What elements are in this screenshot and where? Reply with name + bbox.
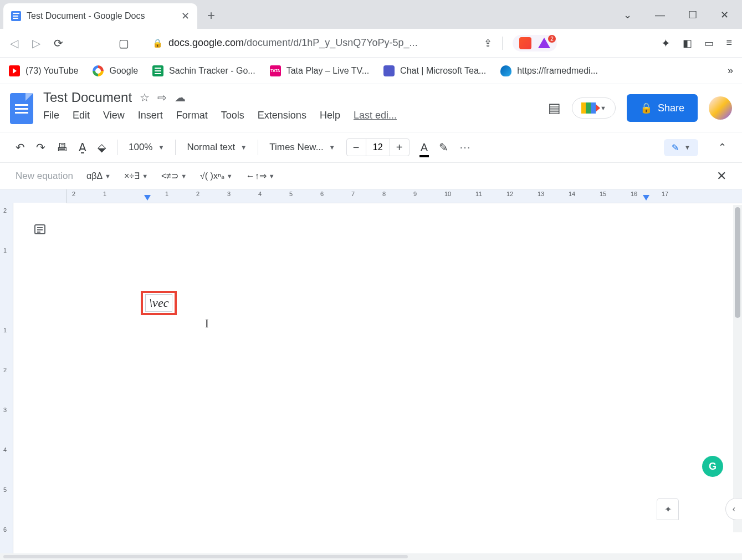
horizontal-ruler[interactable]: 211234567891011121314151617 [0, 189, 742, 203]
meet-button[interactable]: ▼ [572, 97, 616, 119]
math-operations-menu[interactable]: √( )xⁿₐ▼ [200, 171, 233, 181]
font-size-decrease[interactable]: − [347, 141, 366, 154]
ruler-mark: 5 [3, 486, 7, 493]
greek-letters-menu[interactable]: αβΔ▼ [86, 171, 111, 181]
font-size-input[interactable]: 12 [366, 139, 390, 156]
address-bar[interactable]: 🔒 docs.google.com/document/d/1hP_y_UsnQ7… [145, 33, 466, 53]
document-canvas[interactable]: \vec I [66, 203, 742, 558]
share-button[interactable]: 🔒 Share [627, 94, 698, 122]
ruler-mark: 2 [3, 367, 7, 373]
menu-tools[interactable]: Tools [221, 107, 244, 124]
nav-back-icon[interactable]: ◁ [8, 37, 20, 50]
menu-insert[interactable]: Insert [138, 107, 163, 124]
new-tab-button[interactable]: + [207, 8, 215, 23]
grammarly-icon[interactable]: G [702, 456, 723, 477]
font-size-control: − 12 + [346, 138, 410, 156]
bookmark-sheets[interactable]: Sachin Tracker - Go... [152, 65, 255, 76]
brave-rewards-icon[interactable]: 2 [538, 38, 550, 48]
ruler-mark: 4 [3, 446, 7, 453]
menu-view[interactable]: View [103, 107, 125, 124]
close-equation-toolbar-icon[interactable]: ✕ [717, 169, 726, 183]
bookmark-teams[interactable]: Chat | Microsoft Tea... [383, 65, 486, 76]
menu-help[interactable]: Help [320, 107, 340, 124]
left-indent-marker[interactable] [144, 195, 151, 201]
share-url-icon[interactable]: ⇪ [484, 37, 492, 49]
url-text: docs.google.com/document/d/1hP_y_UsnQ7Yo… [168, 37, 458, 49]
menu-edit[interactable]: Edit [73, 107, 90, 124]
horizontal-scrollbar[interactable] [0, 553, 742, 560]
spellcheck-icon[interactable]: A̱ [79, 141, 86, 154]
star-icon[interactable]: ☆ [140, 91, 150, 104]
last-edit-link[interactable]: Last edi... [354, 110, 397, 121]
docs-home-icon[interactable] [10, 93, 33, 124]
brave-shield-icon[interactable] [519, 37, 531, 49]
close-window-icon[interactable]: ✕ [720, 9, 729, 21]
document-page[interactable]: \vec I [66, 220, 687, 552]
bookmark-google[interactable]: Google [93, 65, 138, 76]
more-tools-icon[interactable]: ⋯ [459, 141, 470, 154]
print-icon[interactable]: 🖶 [57, 141, 68, 154]
explore-button[interactable]: ✦ [657, 498, 679, 520]
paragraph-style-select[interactable]: Normal text▼ [187, 142, 247, 153]
ruler-mark: 2 [196, 191, 199, 197]
font-size-increase[interactable]: + [390, 141, 409, 154]
scrollbar-thumb[interactable] [3, 555, 408, 558]
bookmark-page-icon[interactable]: ▢ [119, 37, 129, 50]
move-folder-icon[interactable]: ⇨ [157, 91, 167, 104]
scrollbar-thumb[interactable] [735, 207, 740, 318]
bookmark-youtube[interactable]: (73) YouTube [9, 65, 78, 76]
arrows-menu[interactable]: ←↑⇒▼ [246, 171, 275, 181]
divider [502, 37, 503, 50]
font-family-select[interactable]: Times New...▼ [269, 142, 335, 153]
paint-format-icon[interactable]: ⬙ [98, 141, 106, 154]
comments-icon[interactable]: ▤ [548, 100, 561, 116]
equation-input[interactable]: \vec [145, 294, 172, 312]
menu-bar: File Edit View Insert Format Tools Exten… [43, 107, 548, 124]
tabs-dropdown-icon[interactable]: ⌄ [623, 9, 632, 21]
ruler-mark: 17 [662, 191, 668, 197]
bookmark-tata[interactable]: TATATata Play – Live TV... [270, 65, 369, 76]
zoom-select[interactable]: 100%▼ [129, 142, 164, 153]
menu-extensions[interactable]: Extensions [258, 107, 306, 124]
cloud-status-icon[interactable]: ☁ [175, 91, 186, 104]
bookmarks-overflow-icon[interactable]: » [728, 65, 733, 76]
redo-icon[interactable]: ↷ [36, 141, 45, 154]
new-equation-button[interactable]: New equation [16, 171, 73, 182]
main-toolbar: ↶ ↷ 🖶 A̱ ⬙ 100%▼ Normal text▼ Times New.… [0, 132, 742, 163]
address-bar-row: ◁ ▷ ⟳ ▢ 🔒 docs.google.com/document/d/1hP… [0, 29, 742, 58]
extensions-icon[interactable]: ✦ [661, 37, 671, 50]
editing-mode-button[interactable]: ✎ ▼ [664, 139, 698, 156]
right-indent-marker[interactable] [643, 195, 649, 201]
text-color-icon[interactable]: A [421, 141, 428, 154]
relations-menu[interactable]: <≠⊃▼ [161, 171, 187, 181]
lock-icon[interactable]: 🔒 [152, 38, 163, 48]
reload-icon[interactable]: ⟳ [52, 37, 64, 50]
browser-tab[interactable]: Test Document - Google Docs ✕ [3, 3, 197, 29]
menu-file[interactable]: File [43, 107, 59, 124]
collapse-toolbar-icon[interactable]: ⌃ [718, 141, 726, 153]
account-avatar[interactable] [709, 96, 732, 120]
document-title[interactable]: Test Document [43, 90, 132, 105]
vertical-ruler[interactable]: 21123456 [0, 203, 13, 558]
lock-icon: 🔒 [640, 102, 652, 114]
bookmarks-bar: (73) YouTube Google Sachin Tracker - Go.… [0, 58, 742, 84]
equation-toolbar: New equation αβΔ▼ ×÷∃▼ <≠⊃▼ √( )xⁿₐ▼ ←↑⇒… [0, 163, 742, 189]
badge-count: 2 [548, 35, 556, 43]
document-outline-icon[interactable] [32, 223, 48, 236]
highlight-color-icon[interactable]: ✎ [439, 141, 448, 154]
bookmark-onedrive[interactable]: https://framedmedi... [500, 65, 598, 76]
undo-icon[interactable]: ↶ [16, 141, 25, 154]
close-tab-icon[interactable]: ✕ [181, 10, 190, 22]
browser-menu-icon[interactable]: ≡ [726, 37, 732, 49]
chevron-down-icon: ▼ [158, 144, 164, 151]
minimize-window-icon[interactable]: ― [655, 9, 665, 21]
misc-operations-menu[interactable]: ×÷∃▼ [124, 171, 148, 181]
chevron-down-icon: ▼ [142, 173, 148, 179]
vertical-scrollbar[interactable] [733, 205, 742, 532]
maximize-window-icon[interactable]: ☐ [688, 9, 697, 21]
wallet-icon[interactable]: ▭ [704, 37, 714, 49]
menu-format[interactable]: Format [176, 107, 208, 124]
chevron-down-icon: ▼ [227, 173, 233, 179]
nav-forward-icon[interactable]: ▷ [30, 37, 42, 50]
sidepanel-icon[interactable]: ◧ [683, 37, 692, 49]
